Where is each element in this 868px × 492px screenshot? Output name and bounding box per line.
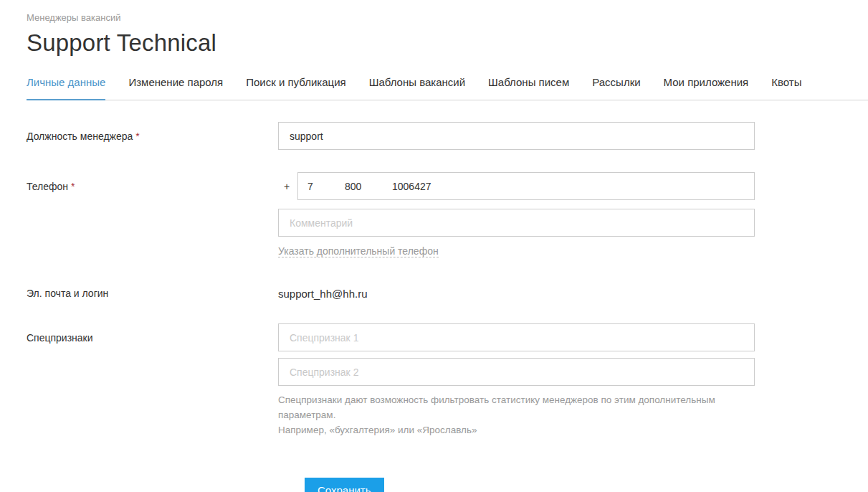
form-actions: Сохранить [305,478,868,492]
phone-label: Телефон * [27,172,278,257]
phone-number-input[interactable] [383,173,754,199]
phone-plus-sign: + [278,181,297,192]
special-mark-2-input[interactable] [278,358,755,386]
phone-comment-input[interactable] [278,209,755,237]
tab-mailings[interactable]: Рассылки [592,76,640,100]
page-header: Менеджеры вакансий Support Technical [0,0,868,57]
tab-letter-templates[interactable]: Шаблоны писем [488,76,569,100]
phone-row: Телефон * + Указать дополнительный телеф… [27,172,868,257]
tab-quotas[interactable]: Квоты [771,76,801,100]
required-asterisk: * [135,131,139,142]
position-label: Должность менеджера * [27,122,278,150]
required-asterisk: * [71,181,75,192]
special-marks-hint: Спецпризнаки дают возможность фильтроват… [278,393,755,438]
phone-country-code-input[interactable] [298,173,335,199]
email-row: Эл. почта и логин support_hh@hh.ru [27,288,868,300]
page-title: Support Technical [27,29,841,57]
tab-personal-data[interactable]: Личные данные [27,76,105,100]
save-button[interactable]: Сохранить [305,478,384,492]
breadcrumb[interactable]: Менеджеры вакансий [27,12,841,23]
phone-city-code-input[interactable] [335,173,383,199]
special-mark-1-input[interactable] [278,323,755,351]
tab-vacancy-templates[interactable]: Шаблоны вакансий [369,76,465,100]
tab-bar: Личные данные Изменение пароля Поиск и п… [27,76,868,100]
manager-settings-form: Должность менеджера * Телефон * + Указ [0,100,868,492]
position-row: Должность менеджера * [27,122,868,150]
special-marks-label: Спецпризнаки [27,323,278,438]
special-marks-row: Спецпризнаки Спецпризнаки дают возможнос… [27,323,868,438]
position-input[interactable] [278,122,755,150]
tab-search-and-publication[interactable]: Поиск и публикация [246,76,345,100]
tab-my-applications[interactable]: Мои приложения [664,76,749,100]
phone-input-group [297,172,755,200]
add-additional-phone-link[interactable]: Указать дополнительный телефон [278,245,439,257]
email-label: Эл. почта и логин [27,288,278,300]
email-value: support_hh@hh.ru [278,288,755,300]
tab-change-password[interactable]: Изменение пароля [128,76,223,100]
